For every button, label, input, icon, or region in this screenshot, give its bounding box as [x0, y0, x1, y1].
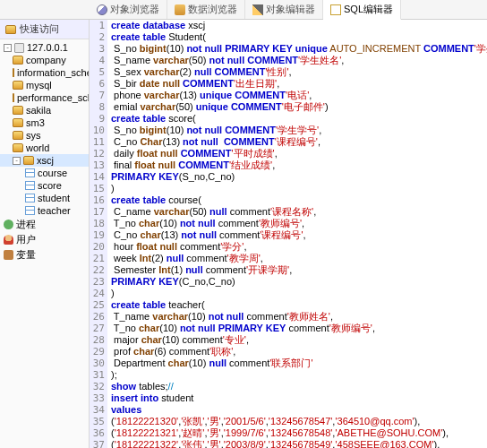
code-content[interactable]: ): [107, 288, 115, 299]
db-world[interactable]: world: [0, 142, 89, 154]
code-content[interactable]: T_no char(10) not null PRIMARY KEY comme…: [107, 323, 375, 334]
code-content[interactable]: S_no bigint(10) not null COMMENT'学生学号',: [107, 125, 321, 136]
code-content[interactable]: hour float null comment'学分',: [107, 241, 247, 253]
code-line[interactable]: 25create table teacher(: [90, 299, 487, 311]
code-content[interactable]: create table score(: [107, 113, 196, 125]
code-content[interactable]: major char(10) comment'专业',: [107, 334, 249, 346]
code-line[interactable]: 21 week Int(2) null comment'教学周',: [90, 253, 487, 264]
code-content[interactable]: C_no Char(13) not null COMMENT'课程编号',: [107, 136, 320, 148]
code-line[interactable]: 34values: [90, 404, 487, 416]
code-line[interactable]: 29 prof char(6) comment'职称',: [90, 346, 487, 358]
code-content[interactable]: ('18122221322','张伟','男','2003/8/9','1324…: [107, 439, 440, 448]
db-xscj[interactable]: -xscj: [0, 154, 89, 167]
code-line[interactable]: 32show tables;//: [90, 381, 487, 392]
code-line[interactable]: 18 T_no char(10) not null comment'教师编号',: [90, 218, 487, 229]
code-content[interactable]: prof char(6) comment'职称',: [107, 346, 235, 358]
db-information_schema[interactable]: information_schema: [0, 66, 89, 79]
code-line[interactable]: 17 C_name varchar(50) null comment'课程名称'…: [90, 206, 487, 218]
pencil-icon: [252, 4, 263, 15]
code-line[interactable]: 12 daily float null COMMENT'平时成绩',: [90, 148, 487, 159]
code-content[interactable]: final float null COMMENT'结业成绩',: [107, 159, 275, 171]
tab-data[interactable]: 数据浏览器: [167, 0, 245, 19]
code-line[interactable]: 31);: [90, 369, 487, 381]
tab-sql[interactable]: SQL编辑器: [323, 0, 401, 20]
table-icon: [25, 168, 35, 177]
code-content[interactable]: create table course(: [107, 194, 201, 206]
code-line[interactable]: 20 hour float null comment'学分',: [90, 241, 487, 253]
code-line[interactable]: 13 final float null COMMENT'结业成绩',: [90, 159, 487, 171]
sql-editor[interactable]: 1create database xscj2create table Stude…: [90, 20, 487, 448]
code-line[interactable]: 15): [90, 183, 487, 194]
code-content[interactable]: ): [107, 183, 115, 194]
code-content[interactable]: ('18122221321','赵晴','男','1999/7/6','1324…: [107, 427, 449, 439]
code-content[interactable]: emial varchar(50) unique COMMENT'电子邮件'): [107, 101, 329, 113]
code-line[interactable]: 24): [90, 288, 487, 299]
code-content[interactable]: T_no char(10) not null comment'教师编号',: [107, 218, 304, 229]
code-content[interactable]: insert into student: [107, 392, 193, 404]
tab-pencil[interactable]: 对象编辑器: [245, 0, 323, 19]
code-line[interactable]: 36('18122221321','赵晴','男','1999/7/6','13…: [90, 427, 487, 439]
code-line[interactable]: 22 Semester Int(1) null comment'开课学期',: [90, 264, 487, 276]
code-content[interactable]: S_no bigint(10) not null PRIMARY KEY uni…: [107, 43, 487, 55]
code-content[interactable]: daily float null COMMENT'平时成绩',: [107, 148, 278, 159]
code-content[interactable]: values: [107, 404, 141, 416]
section-usr[interactable]: 用户: [0, 232, 89, 247]
code-line[interactable]: 35('18122221320','张凯','男','2001/5/6','13…: [90, 416, 487, 427]
code-line[interactable]: 2create table Student(: [90, 31, 487, 43]
code-content[interactable]: PRIMARY KEY(C_no,C_no): [107, 276, 235, 288]
code-line[interactable]: 19 C_no char(13) not null comment'课程编号',: [90, 229, 487, 241]
quick-access-header[interactable]: 快速访问: [0, 20, 89, 39]
code-content[interactable]: Semester Int(1) null comment'开课学期',: [107, 264, 292, 276]
db-mysql[interactable]: mysql: [0, 79, 89, 91]
table-teacher[interactable]: teacher: [0, 204, 89, 217]
code-content[interactable]: );: [107, 369, 117, 381]
tab-find[interactable]: 对象浏览器: [90, 0, 167, 19]
code-content[interactable]: ('18122221320','张凯','男','2001/5/6','1324…: [107, 416, 420, 427]
code-line[interactable]: 3 S_no bigint(10) not null PRIMARY KEY u…: [90, 43, 487, 55]
code-line[interactable]: 26 T_name varchar(10) not null comment'教…: [90, 311, 487, 323]
code-line[interactable]: 30 Department char(10) null comment'联系部门…: [90, 358, 487, 369]
code-line[interactable]: 27 T_no char(10) not null PRIMARY KEY co…: [90, 323, 487, 334]
code-content[interactable]: show tables;//: [107, 381, 174, 392]
code-line[interactable]: 37('18122221322','张伟','男','2003/8/9','13…: [90, 439, 487, 448]
code-content[interactable]: S_name varchar(50) not null COMMENT'学生姓名…: [107, 55, 344, 66]
code-content[interactable]: S_bir date null COMMENT'出生日期',: [107, 78, 279, 90]
code-line[interactable]: 7 phone varchar(13) unique COMMENT'电话',: [90, 90, 487, 101]
code-content[interactable]: T_name varchar(10) not null comment'教师姓名…: [107, 311, 333, 323]
db-company[interactable]: company: [0, 54, 89, 66]
code-content[interactable]: phone varchar(13) unique COMMENT'电话',: [107, 90, 312, 101]
code-line[interactable]: 16create table course(: [90, 194, 487, 206]
code-content[interactable]: C_name varchar(50) null comment'课程名称',: [107, 206, 316, 218]
db-sakila[interactable]: sakila: [0, 104, 89, 116]
code-line[interactable]: 1create database xscj: [90, 20, 487, 31]
code-content[interactable]: C_no char(13) not null comment'课程编号',: [107, 229, 306, 241]
code-line[interactable]: 33insert into student: [90, 392, 487, 404]
code-line[interactable]: 6 S_bir date null COMMENT'出生日期',: [90, 78, 487, 90]
section-gr[interactable]: 进程: [0, 217, 89, 232]
code-content[interactable]: create database xscj: [107, 20, 205, 31]
code-line[interactable]: 11 C_no Char(13) not null COMMENT'课程编号',: [90, 136, 487, 148]
code-content[interactable]: create table teacher(: [107, 299, 205, 311]
table-score[interactable]: score: [0, 179, 89, 192]
code-line[interactable]: 9create table score(: [90, 113, 487, 125]
db-sys[interactable]: sys: [0, 129, 89, 142]
db-performance_schema[interactable]: performance_schema: [0, 91, 89, 104]
host-node[interactable]: -127.0.0.1: [0, 41, 89, 54]
code-content[interactable]: Department char(10) null comment'联系部门': [107, 358, 313, 369]
line-number: 8: [90, 101, 107, 113]
code-line[interactable]: 5 S_sex varchar(2) null COMMENT'性别',: [90, 66, 487, 78]
table-course[interactable]: course: [0, 167, 89, 179]
table-student[interactable]: student: [0, 192, 89, 204]
code-line[interactable]: 23PRIMARY KEY(C_no,C_no): [90, 276, 487, 288]
code-line[interactable]: 28 major char(10) comment'专业',: [90, 334, 487, 346]
db-sm3[interactable]: sm3: [0, 116, 89, 129]
code-line[interactable]: 8 emial varchar(50) unique COMMENT'电子邮件'…: [90, 101, 487, 113]
section-var[interactable]: 变量: [0, 247, 89, 263]
code-line[interactable]: 10 S_no bigint(10) not null COMMENT'学生学号…: [90, 125, 487, 136]
code-content[interactable]: S_sex varchar(2) null COMMENT'性别',: [107, 66, 292, 78]
code-line[interactable]: 4 S_name varchar(50) not null COMMENT'学生…: [90, 55, 487, 66]
code-content[interactable]: PRIMARY KEY(S_no,C_no): [107, 171, 235, 183]
code-content[interactable]: week Int(2) null comment'教学周',: [107, 253, 263, 264]
code-line[interactable]: 14PRIMARY KEY(S_no,C_no): [90, 171, 487, 183]
code-content[interactable]: create table Student(: [107, 31, 206, 43]
